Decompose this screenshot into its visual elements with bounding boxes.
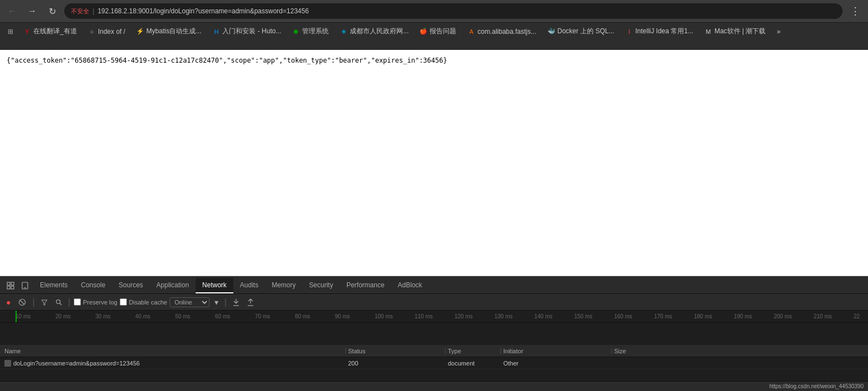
svg-rect-3 <box>11 286 14 289</box>
bookmark-mgmt[interactable]: ◉ 管理系统 <box>288 26 333 37</box>
apple-icon: 🍎 <box>420 28 427 35</box>
ruler-tick-190: 190 ms <box>734 313 752 319</box>
ruler-tick-150: 150 ms <box>574 313 593 319</box>
browser-chrome: ← → ↻ 不安全 | 192.168.2.18:9001/login/doLo… <box>0 0 868 50</box>
svg-rect-2 <box>7 286 10 289</box>
col-header-name: Name <box>2 348 346 354</box>
device-mode-button[interactable] <box>19 280 31 293</box>
youdao-icon: Y <box>23 28 31 35</box>
col-header-initiator: Initiator <box>501 348 612 354</box>
bookmark-youdao-label: 在线翻译_有道 <box>33 27 77 36</box>
throttle-select[interactable]: Online Offline Slow 3G Fast 3G <box>170 297 210 307</box>
bookmark-more-label: » <box>777 28 780 35</box>
svg-marker-8 <box>42 300 47 305</box>
status-link[interactable]: https://blog.csdn.net/weixin_44530390 <box>769 383 864 389</box>
svg-line-10 <box>60 303 62 305</box>
apps-icon: ⊞ <box>4 28 17 35</box>
tab-adblock[interactable]: AdBlock <box>391 278 429 293</box>
refresh-button[interactable]: ↻ <box>44 3 60 19</box>
col-header-size: Size <box>612 348 866 354</box>
back-button[interactable]: ← <box>4 3 20 19</box>
security-indicator: 不安全 <box>71 7 89 16</box>
preserve-log-label[interactable]: Preserve log <box>74 298 118 306</box>
ruler-tick-130: 130 ms <box>494 313 513 319</box>
row-type: document <box>446 360 501 367</box>
disable-cache-text: Disable cache <box>129 299 167 306</box>
network-header: Name Status Type Initiator Size <box>0 345 868 357</box>
chengdu-icon: ◈ <box>340 28 348 35</box>
mybatis-icon: ⚡ <box>136 28 144 35</box>
search-button[interactable] <box>53 297 65 307</box>
tab-performance[interactable]: Performance <box>340 278 391 293</box>
import-button[interactable] <box>230 297 242 308</box>
index-icon: ○ <box>88 28 96 35</box>
tab-security[interactable]: Security <box>303 278 340 293</box>
bookmark-index-label: Index of / <box>98 28 125 35</box>
bookmark-intellij[interactable]: I IntelliJ Idea 常用1... <box>621 26 698 37</box>
status-bar: https://blog.csdn.net/weixin_44530390 <box>0 381 868 391</box>
bookmark-mac[interactable]: M Mac软件 | 潮下载 <box>700 26 770 37</box>
export-button[interactable] <box>244 297 257 308</box>
ruler-tick-90: 90 ms <box>335 313 350 319</box>
tab-elements[interactable]: Elements <box>33 278 74 293</box>
waterfall-area <box>0 323 868 345</box>
bookmark-youdao[interactable]: Y 在线翻译_有道 <box>19 26 81 37</box>
bookmark-intellij-label: IntelliJ Idea 常用1... <box>635 27 693 36</box>
row-status: 200 <box>346 360 446 367</box>
table-row[interactable]: doLogin?username=admin&password=123456 2… <box>0 357 868 369</box>
bookmark-index[interactable]: ○ Index of / <box>84 27 130 37</box>
ruler-tick-180: 180 ms <box>694 313 712 319</box>
tab-console[interactable]: Console <box>74 278 112 293</box>
ruler-tick-40: 40 ms <box>135 313 150 319</box>
response-json: {"access_token":"65868715-5964-4519-91c1… <box>7 57 447 64</box>
clear-button[interactable] <box>16 297 29 308</box>
bookmark-more[interactable]: » <box>772 27 785 37</box>
bookmark-mgmt-label: 管理系统 <box>302 27 329 36</box>
bookmark-apple[interactable]: 🍎 报告问题 <box>415 26 461 37</box>
ruler-tick-80: 80 ms <box>295 313 310 319</box>
browser-menu-button[interactable]: ⋮ <box>847 5 864 17</box>
ruler-tick-140: 140 ms <box>534 313 553 319</box>
record-button[interactable]: ● <box>3 296 13 308</box>
svg-rect-1 <box>11 282 14 285</box>
row-name: doLogin?username=admin&password=123456 <box>2 360 346 367</box>
ali-icon: A <box>467 28 475 35</box>
disable-cache-checkbox[interactable] <box>120 298 127 306</box>
tab-sources[interactable]: Sources <box>112 278 150 293</box>
bookmark-mac-label: Mac软件 | 潮下载 <box>714 27 765 36</box>
timeline-ruler: 10 ms 20 ms 30 ms 40 ms 50 ms 60 ms 70 m… <box>0 311 868 323</box>
disable-cache-label[interactable]: Disable cache <box>120 298 167 306</box>
tab-network[interactable]: Network <box>196 278 233 293</box>
svg-point-9 <box>56 299 60 303</box>
forward-button[interactable]: → <box>24 3 40 19</box>
bookmark-docker[interactable]: 🐳 Docker 上的 SQL... <box>543 26 619 37</box>
ruler-tick-50: 50 ms <box>175 313 190 319</box>
bookmark-mybatis-label: Mybatis自动生成... <box>146 27 201 36</box>
ruler-tick-70: 70 ms <box>255 313 270 319</box>
bookmark-hutool[interactable]: H 入门和安装 - Huto... <box>208 26 285 37</box>
intellij-icon: I <box>625 28 633 35</box>
ruler-tick-22: 22 <box>854 313 860 319</box>
row-initiator: Other <box>501 360 612 367</box>
tab-memory[interactable]: Memory <box>265 278 302 293</box>
ruler-tick-120: 120 ms <box>455 313 473 319</box>
tab-audits[interactable]: Audits <box>233 278 265 293</box>
inspect-element-button[interactable] <box>4 280 17 293</box>
ruler-tick-20: 20 ms <box>55 313 70 319</box>
bookmark-chengdu[interactable]: ◈ 成都市人民政府网... <box>335 26 413 37</box>
file-icon <box>4 360 11 367</box>
filter-button[interactable] <box>38 297 50 307</box>
bookmark-ali[interactable]: A com.alibaba.fastjs... <box>463 27 540 37</box>
ruler-tick-110: 110 ms <box>415 313 433 319</box>
col-header-type: Type <box>446 348 501 354</box>
bookmarks-bar: ⊞ Y 在线翻译_有道 ○ Index of / ⚡ Mybatis自动生成..… <box>0 22 868 40</box>
devtools-tab-icons <box>2 280 33 293</box>
throttle-dropdown-btn[interactable]: ▾ <box>212 296 221 308</box>
bookmark-chengdu-label: 成都市人民政府网... <box>350 27 409 36</box>
ruler-tick-60: 60 ms <box>215 313 230 319</box>
address-bar[interactable]: 不安全 | 192.168.2.18:9001/login/doLogin?us… <box>64 3 843 19</box>
bookmark-apple-label: 报告问题 <box>430 27 456 36</box>
preserve-log-checkbox[interactable] <box>74 298 81 306</box>
tab-application[interactable]: Application <box>150 278 196 293</box>
bookmark-mybatis[interactable]: ⚡ Mybatis自动生成... <box>132 26 206 37</box>
